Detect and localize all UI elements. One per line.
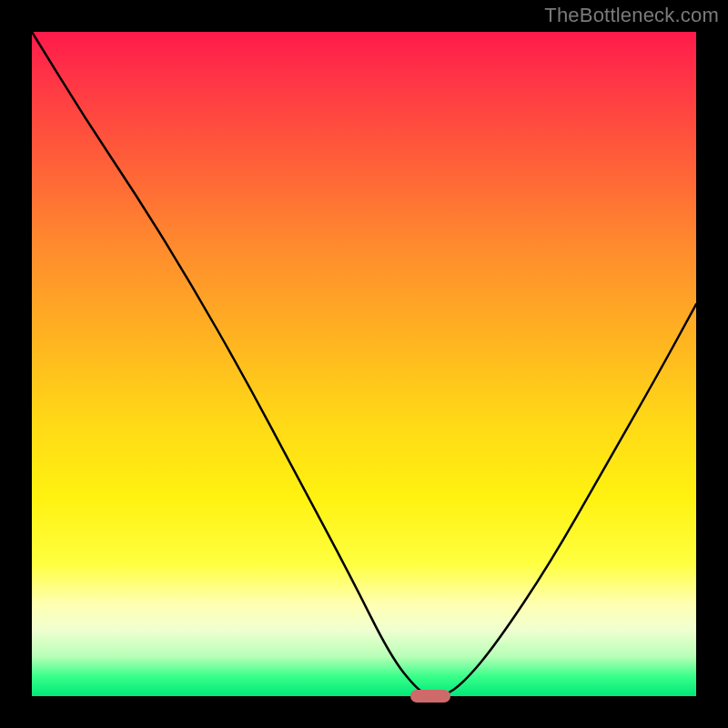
chart-frame: TheBottleneck.com [0,0,728,728]
minimum-marker [410,690,450,703]
watermark-text: TheBottleneck.com [544,4,719,27]
bottleneck-curve [32,32,696,696]
plot-area [32,32,696,696]
